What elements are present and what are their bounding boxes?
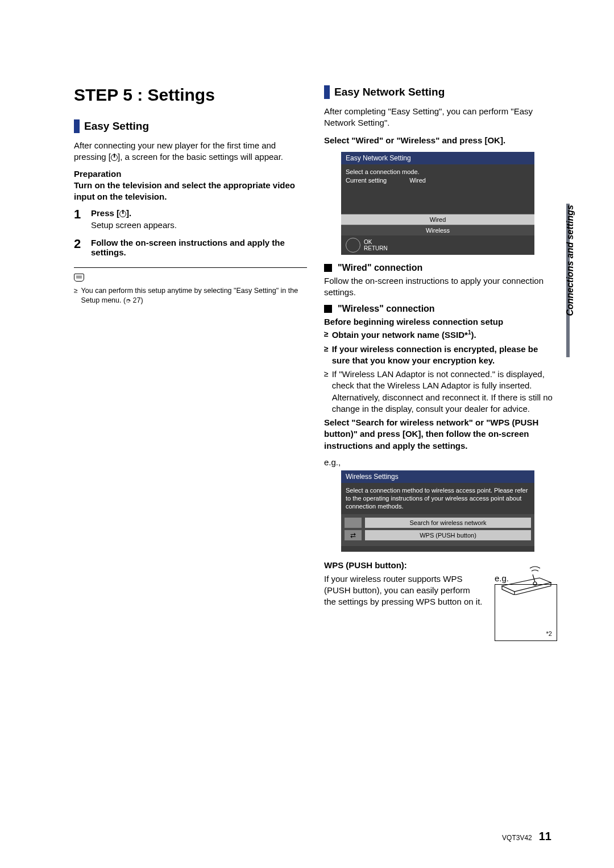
heading-bar-icon	[324, 85, 330, 99]
step1-head-b: ].	[126, 208, 131, 218]
wireless-title: "Wireless" connection	[338, 304, 435, 314]
option-wireless[interactable]: Wireless	[341, 225, 534, 235]
screen1-current-value: Wired	[409, 176, 426, 185]
footnote: You can perform this setup anytime by se…	[74, 286, 307, 305]
option-search-network[interactable]: Search for wireless network	[345, 518, 531, 528]
doc-code: VQT3V42	[502, 834, 532, 842]
separator-line	[74, 267, 307, 268]
easy-setting-heading: Easy Setting	[74, 119, 307, 133]
bullet-ssid: Obtain your network name (SSID*1).	[324, 329, 557, 341]
footnote-text: You can perform this setup anytime by se…	[81, 287, 298, 304]
network-setting-screenshot: Easy Network Setting Select a connection…	[341, 152, 534, 255]
router-footnote-ref: *2	[546, 630, 552, 637]
easy-setting-title: Easy Setting	[84, 120, 149, 133]
easy-network-title: Easy Network Setting	[334, 86, 445, 98]
heading-bar-icon	[74, 119, 80, 133]
wired-subheading: "Wired" connection	[324, 263, 557, 273]
wireless-select-instruction: Select "Search for wireless network" or …	[324, 417, 557, 452]
return-label: RETURN	[364, 245, 388, 251]
option-wps-push[interactable]: ⇄ WPS (PUSH button)	[345, 530, 531, 540]
wired-title: "Wired" connection	[338, 263, 422, 273]
router-icon	[499, 563, 554, 595]
blank-icon	[345, 518, 362, 528]
option-wps-label: WPS (PUSH button)	[365, 530, 531, 540]
right-column: Easy Network Setting After completing "E…	[324, 85, 557, 641]
screen2-desc: Select a connection method to wireless a…	[341, 483, 534, 514]
easy-network-heading: Easy Network Setting	[324, 85, 557, 99]
screen2-bottom	[341, 546, 534, 552]
step-1-desc: Setup screen appears.	[91, 220, 307, 230]
easy-setting-intro: After connecting your new player for the…	[74, 140, 307, 163]
router-box: *2	[495, 584, 557, 641]
left-column: STEP 5 : Settings Easy Setting After con…	[74, 85, 307, 641]
step-title: STEP 5 : Settings	[74, 85, 307, 105]
screen1-line1: Select a connection mode.	[346, 168, 530, 176]
svg-point-0	[533, 582, 537, 585]
page-number: 11	[539, 830, 551, 843]
power-icon	[119, 210, 126, 217]
wps-row: If your wireless router supports WPS (PU…	[324, 573, 557, 641]
wps-text: If your wireless router supports WPS (PU…	[324, 573, 483, 608]
screen1-options: Wired Wireless	[341, 214, 534, 235]
option-search-label: Search for wireless network	[365, 518, 531, 528]
screen2-title: Wireless Settings	[341, 470, 534, 483]
bullet-encryption: If your wireless connection is encrypted…	[324, 344, 557, 367]
wireless-settings-screenshot: Wireless Settings Select a connection me…	[341, 470, 534, 552]
square-bullet-icon	[324, 264, 332, 272]
wps-arrows-icon: ⇄	[345, 530, 362, 540]
side-tab-label: Connections and settings	[565, 205, 575, 316]
square-bullet-icon	[324, 305, 332, 313]
step-2: 2 Follow the on-screen instructions and …	[74, 238, 307, 257]
step1-head-a: Press [	[91, 208, 119, 218]
screen1-current-label: Current setting	[346, 176, 387, 185]
page-footer: VQT3V42 11	[502, 830, 551, 843]
step-number: 2	[74, 238, 84, 257]
eg-label: e.g.,	[324, 457, 557, 467]
numbered-steps: 1 Press []. Setup screen appears. 2 Foll…	[74, 208, 307, 257]
screen1-body: Select a connection mode. Current settin…	[341, 164, 534, 214]
bullet-adaptor: If "Wireless LAN Adaptor is not connecte…	[324, 369, 557, 415]
step-1-head: Press [].	[91, 208, 307, 218]
network-intro: After completing "Easy Setting", you can…	[324, 106, 557, 129]
remote-dpad-icon	[346, 238, 360, 253]
crossref-icon	[126, 296, 131, 304]
screen2-options: Search for wireless network ⇄ WPS (PUSH …	[341, 514, 534, 546]
screen1-footer: OK RETURN	[341, 235, 534, 255]
option-wired[interactable]: Wired	[341, 214, 534, 225]
preparation-text: Turn on the television and select the ap…	[74, 180, 307, 203]
note-book-icon	[74, 274, 84, 282]
footnote-ref: 27)	[131, 296, 143, 304]
step-number: 1	[74, 208, 84, 230]
ok-label: OK	[364, 239, 388, 245]
step-1: 1 Press []. Setup screen appears.	[74, 208, 307, 230]
page-body: STEP 5 : Settings Easy Setting After con…	[0, 0, 614, 675]
preparation-label: Preparation	[74, 169, 307, 179]
step-2-head: Follow the on-screen instructions and ap…	[91, 238, 307, 257]
intro-part-b: ], a screen for the basic settings will …	[118, 152, 283, 162]
screen1-title: Easy Network Setting	[341, 152, 534, 164]
wireless-before: Before beginning wireless connection set…	[324, 316, 557, 328]
wired-text: Follow the on-screen instructions to app…	[324, 275, 557, 299]
wireless-subheading: "Wireless" connection	[324, 304, 557, 314]
power-icon	[111, 154, 118, 161]
router-illustration: e.g. *2	[495, 573, 557, 641]
select-wired-wireless: Select "Wired" or "Wireless" and press […	[324, 135, 557, 146]
wireless-bullets: Obtain your network name (SSID*1). If yo…	[324, 329, 557, 415]
